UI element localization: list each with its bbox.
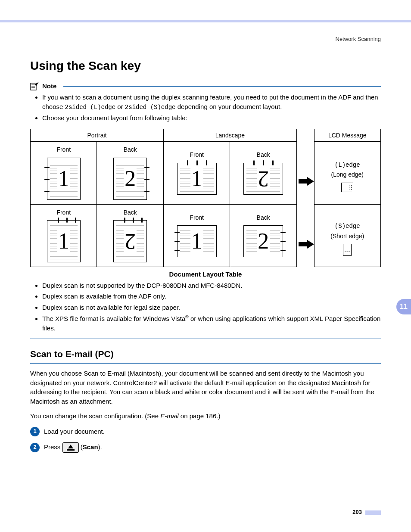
page-footer: 203 (352, 508, 381, 516)
top-decor-bar (0, 0, 411, 22)
arrow-cell (296, 142, 314, 204)
th-lcd: LCD Message (314, 129, 380, 141)
cell-landscape-front: Front 1 (163, 204, 230, 267)
running-header: Network Scanning (0, 22, 411, 47)
page-title: Using the Scan key (30, 57, 381, 75)
cell-portrait-front: Front 1 (31, 204, 97, 267)
page-diagram: 1 (47, 220, 81, 262)
cell-landscape-back: Back 2 (230, 204, 296, 267)
layout-table: Portrait Landscape LCD Message Front 1 (30, 129, 381, 267)
note-header: Note (30, 81, 381, 91)
note-end-rule (30, 339, 381, 339)
list-item: The XPS file format is available for Win… (42, 314, 381, 333)
page-diagram: 1 (177, 225, 217, 257)
paragraph: You can change the scan configuration. (… (30, 411, 381, 421)
page-number: 203 (352, 508, 362, 516)
cell-landscape-front: Front 1 (163, 142, 230, 204)
arrow-icon (299, 241, 314, 248)
orientation-icon (343, 244, 352, 256)
step-text: Press (Scan). (44, 442, 102, 453)
page: Network Scanning Using the Scan key Note (0, 0, 411, 532)
page-diagram: 1 (177, 163, 217, 195)
th-portrait: Portrait (31, 129, 164, 141)
cell-portrait-back: Back 2 (97, 142, 163, 204)
scan-hardware-button-icon (62, 442, 79, 453)
note-label: Note (42, 81, 56, 91)
cell-landscape-back: Back 2 (230, 142, 296, 204)
step-row: 1 Load your document. (30, 427, 381, 436)
section-heading: Scan to E-mail (PC) (30, 348, 381, 363)
table-caption: Document Layout Table (30, 270, 381, 279)
step-row: 2 Press (Scan). (30, 442, 381, 453)
page-diagram: 2 (113, 220, 147, 262)
note-item: Choose your document layout from followi… (42, 113, 381, 123)
page-diagram: 2 (243, 163, 283, 195)
list-item: Duplex scan is not available for legal s… (42, 303, 381, 312)
step-number-badge: 2 (30, 443, 40, 452)
arrow-icon (299, 178, 314, 185)
page-diagram: 1 (47, 158, 81, 200)
th-landscape: Landscape (163, 129, 296, 141)
list-item: Duplex scan is not supported by the DCP-… (42, 281, 381, 290)
orientation-icon (341, 183, 353, 192)
after-table-list: Duplex scan is not supported by the DCP-… (30, 281, 381, 333)
cell-lcd: (S)edge (Short edge) (314, 204, 380, 267)
note-list: If you want to scan a document using the… (30, 93, 381, 123)
cell-lcd: (L)edge (Long edge) (314, 142, 380, 204)
page-diagram: 2 (243, 225, 283, 257)
note-block: Note If you want to scan a document usin… (30, 81, 381, 123)
list-item: Duplex scan is available from the ADF on… (42, 292, 381, 301)
cell-portrait-back: Back 2 (97, 204, 163, 267)
arrow-cell (296, 204, 314, 267)
note-icon (30, 82, 40, 90)
page-diagram: 2 (113, 158, 147, 200)
section-name: Network Scanning (336, 35, 381, 44)
chapter-tab: 11 (396, 299, 411, 314)
cross-ref-link[interactable]: E-mail (160, 412, 179, 420)
spacer (296, 129, 314, 141)
paragraph: When you choose Scan to E-mail (Macintos… (30, 369, 381, 406)
footer-stripe (365, 510, 381, 515)
content-area: Using the Scan key Note If you w (0, 57, 411, 453)
note-rule (63, 86, 381, 87)
note-item: If you want to scan a document using the… (42, 93, 381, 112)
cell-portrait-front: Front 1 (31, 142, 97, 204)
step-text: Load your document. (44, 427, 105, 436)
step-number-badge: 1 (30, 427, 40, 436)
